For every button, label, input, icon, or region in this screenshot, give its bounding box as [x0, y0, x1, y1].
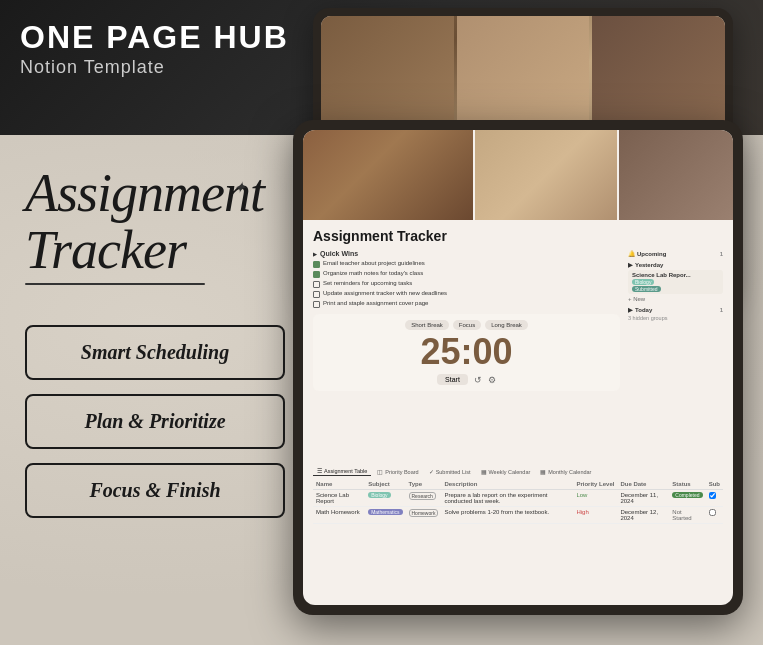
- screen-title: Assignment Tracker: [313, 228, 723, 244]
- col-due-date: Due Date: [617, 479, 669, 490]
- col-subject: Subject: [365, 479, 405, 490]
- long-break-button[interactable]: Long Break: [485, 320, 528, 330]
- row2-status: Not Started: [669, 507, 705, 524]
- task-item-5: Print and staple assignment cover page: [313, 300, 620, 308]
- today-label: Today: [635, 307, 652, 313]
- science-lab-status: Submitted: [632, 285, 719, 292]
- task-checkbox-1[interactable]: [313, 261, 320, 268]
- weekly-cal-icon: ▦: [481, 469, 487, 475]
- yesterday-header: ▶ Yesterday: [628, 261, 723, 268]
- hidden-groups: 3 hidden groups: [628, 315, 723, 321]
- col-sub: Sub: [706, 479, 723, 490]
- task-list: Email teacher about project guidelines O…: [313, 260, 620, 308]
- screen-body: Quick Wins Email teacher about project g…: [313, 250, 723, 467]
- refresh-icon[interactable]: ↺: [474, 375, 482, 385]
- today-header: ▶ Today 1: [628, 306, 723, 313]
- main-title: Assignment Tracker ✦: [25, 165, 285, 285]
- sparkle-icon: ✦: [233, 180, 245, 197]
- row2-sub: [706, 507, 723, 524]
- row2-priority-badge: High: [576, 509, 588, 515]
- col-description: Description: [441, 479, 573, 490]
- priority-icon: ◫: [377, 469, 383, 475]
- task-text-5: Print and staple assignment cover page: [323, 300, 428, 308]
- focus-button[interactable]: Focus: [453, 320, 481, 330]
- plan-prioritize-button[interactable]: Plan & Prioritize: [25, 394, 285, 449]
- left-section: Assignment Tracker ✦ Smart Scheduling Pl…: [0, 135, 310, 645]
- back-photo-1: [321, 16, 454, 136]
- row1-name: Science Lab Report: [313, 490, 365, 507]
- settings-icon[interactable]: ⚙: [488, 375, 496, 385]
- row2-description: Solve problems 1-20 from the textbook.: [441, 507, 573, 524]
- row1-due-date: December 11, 2024: [617, 490, 669, 507]
- science-lab-subject: Biology: [632, 278, 719, 285]
- row2-due-date: December 12, 2024: [617, 507, 669, 524]
- banner-text: ONE PAGE HUB Notion Template: [20, 20, 289, 78]
- tablet-area: Assignment Tracker Assignment Tracker Qu…: [293, 0, 763, 645]
- task-text-1: Email teacher about project guidelines: [323, 260, 425, 268]
- row2-subject-tag: Mathematics: [368, 509, 402, 515]
- row2-name: Math Homework: [313, 507, 365, 524]
- submitted-tag: Submitted: [632, 286, 661, 292]
- new-button[interactable]: + New: [628, 296, 723, 302]
- tab-assignment-table[interactable]: ☰ Assignment Table: [313, 467, 371, 476]
- title-line1: Assignment: [25, 163, 264, 223]
- row1-status: Completed: [669, 490, 705, 507]
- start-button[interactable]: Start: [437, 374, 468, 385]
- table-row[interactable]: Math Homework Mathematics Homework Solve…: [313, 507, 723, 524]
- pomodoro-section: Short Break Focus Long Break 25:00 Start…: [313, 314, 620, 391]
- title-underline: [25, 283, 205, 285]
- task-text-4: Update assignment tracker with new deadl…: [323, 290, 447, 298]
- task-item-4: Update assignment tracker with new deadl…: [313, 290, 620, 298]
- table-icon: ☰: [317, 468, 322, 474]
- tab-weekly-calendar[interactable]: ▦ Weekly Calendar: [477, 467, 535, 476]
- upcoming-header: 🔔 Upcoming 1: [628, 250, 723, 257]
- row1-sub-checkbox[interactable]: [709, 492, 716, 499]
- task-text-3: Set reminders for upcoming tasks: [323, 280, 412, 288]
- screen-left-col: Quick Wins Email teacher about project g…: [313, 250, 620, 467]
- upcoming-section: 🔔 Upcoming 1 ▶ Yesterday Science Lab Rep…: [628, 250, 723, 321]
- row1-priority: Low: [573, 490, 617, 507]
- task-checkbox-2[interactable]: [313, 271, 320, 278]
- tab-submitted-list[interactable]: ✓ Submitted List: [425, 467, 475, 476]
- tab-monthly-calendar[interactable]: ▦ Monthly Calendar: [536, 467, 595, 476]
- quick-wins-header: Quick Wins: [313, 250, 620, 257]
- yesterday-label: Yesterday: [635, 262, 663, 268]
- upcoming-label: Upcoming: [637, 251, 666, 257]
- tablet-front: Assignment Tracker Quick Wins Email teac…: [293, 120, 743, 615]
- row1-type: Research: [406, 490, 442, 507]
- task-checkbox-4[interactable]: [313, 291, 320, 298]
- task-item-3: Set reminders for upcoming tasks: [313, 280, 620, 288]
- tab-priority-board[interactable]: ◫ Priority Board: [373, 467, 422, 476]
- smart-scheduling-button[interactable]: Smart Scheduling: [25, 325, 285, 380]
- row1-subject: Biology: [365, 490, 405, 507]
- task-checkbox-5[interactable]: [313, 301, 320, 308]
- task-item-2: Organize math notes for today's class: [313, 270, 620, 278]
- tablet-back-header: [321, 16, 725, 136]
- screen-photo-1: [303, 130, 473, 220]
- data-table: Name Subject Type Description Priority L…: [313, 479, 723, 524]
- screen-photo-2: [475, 130, 617, 220]
- screen-right-col: 🔔 Upcoming 1 ▶ Yesterday Science Lab Rep…: [628, 250, 723, 467]
- timer-controls: Start ↺ ⚙: [319, 374, 614, 385]
- timer-display: 25:00: [319, 334, 614, 370]
- table-header-row: Name Subject Type Description Priority L…: [313, 479, 723, 490]
- task-checkbox-3[interactable]: [313, 281, 320, 288]
- task-text-2: Organize math notes for today's class: [323, 270, 423, 278]
- col-name: Name: [313, 479, 365, 490]
- screen-header-photos: [303, 130, 733, 220]
- monthly-cal-icon: ▦: [540, 469, 546, 475]
- table-row[interactable]: Science Lab Report Biology Research Prep…: [313, 490, 723, 507]
- row2-type-tag: Homework: [409, 509, 439, 517]
- feature-buttons: Smart Scheduling Plan & Prioritize Focus…: [25, 325, 285, 518]
- row2-sub-checkbox[interactable]: [709, 509, 716, 516]
- focus-finish-button[interactable]: Focus & Finish: [25, 463, 285, 518]
- row1-type-tag: Research: [409, 492, 436, 500]
- science-lab-item[interactable]: Science Lab Repor... Biology Submitted: [628, 270, 723, 294]
- tablet-front-screen: Assignment Tracker Quick Wins Email teac…: [303, 130, 733, 605]
- row1-sub: [706, 490, 723, 507]
- col-priority: Priority Level: [573, 479, 617, 490]
- title-line2: Tracker: [25, 220, 186, 280]
- row2-status-badge: Not Started: [672, 509, 691, 521]
- short-break-button[interactable]: Short Break: [405, 320, 449, 330]
- screen-content: Assignment Tracker Quick Wins Email teac…: [303, 220, 733, 605]
